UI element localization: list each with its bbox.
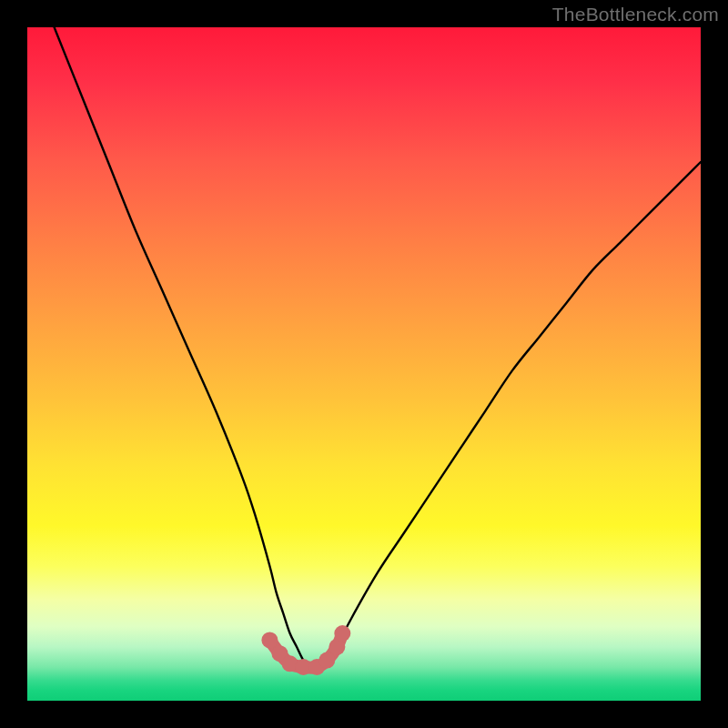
watermark-text: TheBottleneck.com [552, 4, 719, 25]
bottleneck-curve [55, 27, 701, 668]
optimal-zone-dot [318, 652, 335, 669]
bottleneck-curve-path [55, 27, 701, 668]
optimal-zone-dot [334, 625, 350, 642]
chart-svg [27, 27, 701, 701]
optimal-zone-markers [261, 625, 350, 675]
plot-area [27, 27, 701, 701]
optimal-zone-dot [261, 632, 278, 648]
chart-frame: TheBottleneck.com [0, 0, 728, 728]
